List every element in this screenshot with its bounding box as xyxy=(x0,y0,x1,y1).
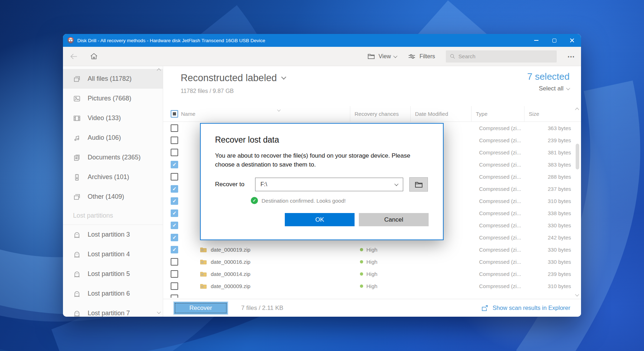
row-checkbox[interactable] xyxy=(171,185,178,193)
sidebar-item-lost-partition[interactable]: Lost partition 3 xyxy=(63,225,163,244)
filters-button[interactable]: Filters xyxy=(408,52,435,61)
ghost-icon xyxy=(73,231,81,239)
name-header-label: Name xyxy=(181,111,195,117)
row-checkbox[interactable] xyxy=(171,246,178,253)
sidebar-item-label: Video (133) xyxy=(88,114,121,122)
back-button[interactable] xyxy=(69,52,78,61)
chevron-down-icon xyxy=(281,74,286,79)
dialog-title: Recover lost data xyxy=(215,135,429,145)
destination-combobox[interactable]: F:\ xyxy=(255,178,403,191)
row-checkbox[interactable] xyxy=(171,282,178,290)
row-checkbox[interactable] xyxy=(171,149,178,156)
select-all-checkbox[interactable] xyxy=(171,110,178,118)
table-row[interactable]: date_000009.zip High Compressed (zi... 3… xyxy=(163,280,581,292)
sidebar-item-pictures[interactable]: Pictures (7668) xyxy=(63,89,163,108)
file-name: date_000014.zip xyxy=(211,271,250,277)
date-modified xyxy=(410,243,471,256)
file-type: Compressed (zi... xyxy=(471,134,524,146)
table-row[interactable] xyxy=(163,292,581,298)
view-label: View xyxy=(379,53,391,60)
sidebar-item-other[interactable]: Other (1409) xyxy=(63,187,163,207)
sort-indicator-icon xyxy=(278,107,280,113)
column-header-recovery[interactable]: Recovery chances xyxy=(350,106,410,122)
scroll-down-icon[interactable] xyxy=(157,310,161,314)
column-header-name[interactable]: Name xyxy=(179,106,350,122)
row-checkbox[interactable] xyxy=(171,258,178,266)
zip-file-icon xyxy=(200,246,207,253)
row-checkbox[interactable] xyxy=(171,197,178,205)
sidebar-item-audio[interactable]: Audio (106) xyxy=(63,128,163,148)
footer-bar: Recover 7 files / 2.11 KB Show scan resu… xyxy=(163,299,581,317)
arrow-left-icon xyxy=(69,52,78,61)
row-checkbox[interactable] xyxy=(171,209,178,217)
sidebar-item-lost-partition[interactable]: Lost partition 7 xyxy=(63,303,163,317)
sidebar-item-all[interactable]: All files (11782) xyxy=(63,69,163,89)
recovery-label: High xyxy=(366,247,377,253)
sidebar-item-lost-partition[interactable]: Lost partition 6 xyxy=(63,284,163,303)
close-button[interactable] xyxy=(563,34,581,47)
row-checkbox[interactable] xyxy=(171,137,178,144)
file-size: 338 bytes xyxy=(524,207,575,219)
folder-icon xyxy=(367,52,375,60)
more-options-button[interactable]: ⋯ xyxy=(567,52,575,61)
scroll-down-icon[interactable] xyxy=(575,292,579,296)
minimize-button[interactable] xyxy=(527,34,545,47)
folder-icon xyxy=(414,180,423,189)
pictures-icon xyxy=(73,95,81,103)
row-checkbox[interactable] xyxy=(171,295,178,298)
file-size: 310 bytes xyxy=(524,280,575,292)
documents-icon xyxy=(73,154,81,162)
title-bar[interactable]: Disk Drill - All recovery methods - Hard… xyxy=(63,34,581,47)
view-title-dropdown[interactable]: Reconstructed labeled xyxy=(181,73,581,84)
sidebar-item-documents[interactable]: Documents (2365) xyxy=(63,148,163,167)
toolbar: View Filters ⋯ xyxy=(63,47,581,66)
view-title-text: Reconstructed labeled xyxy=(181,73,277,84)
search-box[interactable] xyxy=(446,50,557,63)
scroll-up-icon[interactable] xyxy=(575,108,579,112)
column-header-date[interactable]: Date Modified xyxy=(410,106,471,122)
table-row[interactable]: date_000019.zip High Compressed (zi... 3… xyxy=(163,243,581,256)
sidebar-item-label: Lost partition 5 xyxy=(88,270,130,278)
content-header: Reconstructed labeled 11782 files / 9.87… xyxy=(163,66,581,106)
table-scrollbar[interactable] xyxy=(575,106,581,298)
table-row[interactable]: date_000016.zip High Compressed (zi... 3… xyxy=(163,256,581,268)
row-checkbox[interactable] xyxy=(171,234,178,241)
all-icon xyxy=(73,75,81,83)
recover-button[interactable]: Recover xyxy=(174,302,228,314)
ghost-icon xyxy=(73,270,81,278)
scroll-up-icon[interactable] xyxy=(157,68,161,72)
browse-folder-button[interactable] xyxy=(409,177,428,192)
archives-icon xyxy=(73,173,81,181)
cancel-button[interactable]: Cancel xyxy=(359,213,429,226)
search-input[interactable] xyxy=(458,53,553,59)
sidebar-item-lost-partition[interactable]: Lost partition 4 xyxy=(63,244,163,264)
filters-label: Filters xyxy=(419,53,435,60)
row-checkbox[interactable] xyxy=(171,270,178,278)
minimize-icon xyxy=(534,40,538,41)
file-type: Compressed (zi... xyxy=(471,158,524,170)
recover-dialog: Recover lost data You are about to recov… xyxy=(200,123,444,240)
row-checkbox[interactable] xyxy=(171,173,178,181)
column-header-size[interactable]: Size xyxy=(524,106,575,122)
table-header: Name Recovery chances Date Modified Type… xyxy=(163,106,581,122)
ghost-icon xyxy=(73,251,81,258)
scrollbar-thumb[interactable] xyxy=(576,144,579,169)
recover-to-label: Recover to xyxy=(215,181,255,188)
sidebar-scrollbar[interactable] xyxy=(156,66,162,317)
ok-button[interactable]: OK xyxy=(285,213,355,226)
row-checkbox[interactable] xyxy=(171,161,178,168)
table-row[interactable]: date_000014.zip High Compressed (zi... 2… xyxy=(163,268,581,280)
sidebar-item-lost-partition[interactable]: Lost partition 5 xyxy=(63,264,163,284)
view-menu-button[interactable]: View xyxy=(367,52,397,60)
row-checkbox[interactable] xyxy=(171,222,178,229)
sidebar-item-archives[interactable]: Archives (101) xyxy=(63,167,163,187)
home-button[interactable] xyxy=(89,52,98,61)
select-all-dropdown[interactable]: Select all xyxy=(527,85,570,92)
row-checkbox[interactable] xyxy=(171,124,178,132)
maximize-button[interactable] xyxy=(545,34,563,47)
column-header-type[interactable]: Type xyxy=(471,106,524,122)
recovery-label: High xyxy=(366,283,377,289)
sidebar-item-label: Lost partition 3 xyxy=(88,231,130,238)
sidebar-item-video[interactable]: Video (133) xyxy=(63,108,163,128)
show-in-explorer-link[interactable]: Show scan results in Explorer xyxy=(481,304,570,312)
